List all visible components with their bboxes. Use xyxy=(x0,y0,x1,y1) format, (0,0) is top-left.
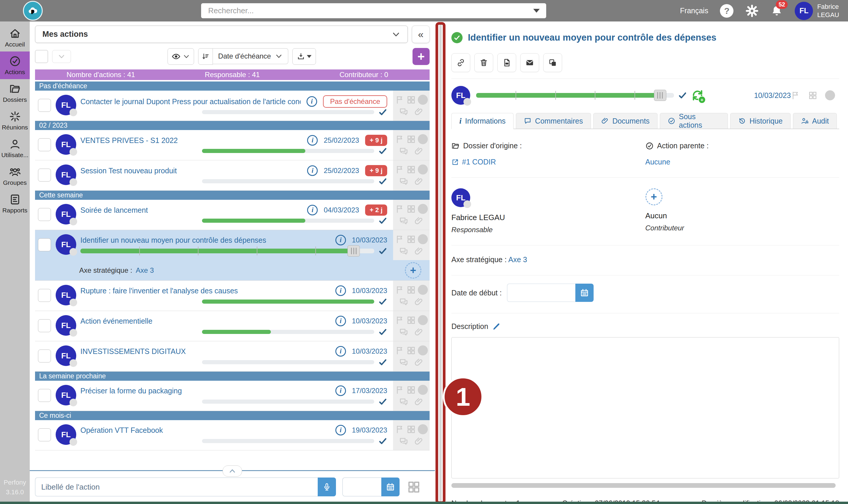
view-selector-dropdown[interactable]: Mes actions xyxy=(35,25,408,43)
bulk-actions-chevron[interactable] xyxy=(52,50,71,63)
toolbar-mail-button[interactable] xyxy=(520,53,539,72)
tab-documents[interactable]: Documents xyxy=(593,113,657,129)
tab-informations[interactable]: iInformations xyxy=(451,113,514,129)
paperclip-icon[interactable] xyxy=(414,177,424,186)
export-button[interactable] xyxy=(292,48,316,65)
grid-icon[interactable] xyxy=(406,95,416,105)
status-circle[interactable] xyxy=(418,285,428,295)
status-circle[interactable] xyxy=(418,164,428,175)
notifications-bell-icon[interactable]: 52 xyxy=(771,4,783,18)
voice-input-button[interactable] xyxy=(318,478,336,496)
recurrence-icon[interactable]: + xyxy=(691,89,704,102)
row-checkbox[interactable] xyxy=(38,428,51,441)
toolbar-pdf-button[interactable] xyxy=(497,53,516,72)
new-action-label-input[interactable] xyxy=(35,478,318,496)
date-picker-button[interactable] xyxy=(381,478,400,496)
progress-handle[interactable] xyxy=(347,246,360,256)
new-action-date-input[interactable] xyxy=(343,478,381,496)
status-circle[interactable] xyxy=(418,385,428,395)
language-selector[interactable]: Français xyxy=(680,6,708,15)
chat-icon[interactable] xyxy=(399,397,409,407)
chat-icon[interactable] xyxy=(399,146,409,156)
action-row[interactable]: FLRupture : faire l'inventier et l'analy… xyxy=(35,281,430,311)
action-title[interactable]: VENTES PRIVEES - S1 2022 xyxy=(81,136,301,145)
info-icon[interactable]: i xyxy=(335,316,346,326)
info-icon[interactable]: i xyxy=(335,346,346,357)
flag-icon[interactable] xyxy=(395,316,404,325)
axis-value[interactable]: Axe 3 xyxy=(508,255,527,264)
sidebar-item-dossiers[interactable]: Dossiers xyxy=(0,79,30,107)
row-checkbox[interactable] xyxy=(38,168,51,182)
sidebar-item-accueil[interactable]: Accueil xyxy=(0,24,30,52)
tab-sous-actions[interactable]: Sous actions xyxy=(660,113,728,129)
paperclip-icon[interactable] xyxy=(414,397,424,407)
action-title[interactable]: Action événementielle xyxy=(81,317,329,325)
chat-icon[interactable] xyxy=(399,247,409,256)
action-row[interactable]: FLSoirée de lancementi04/03/2023+ 2 j xyxy=(35,200,430,230)
action-row[interactable]: FLOpération VTT Facebooki19/03/2023 xyxy=(35,420,430,450)
grid-icon[interactable] xyxy=(406,385,416,395)
flag-icon[interactable] xyxy=(395,385,404,395)
row-checkbox[interactable] xyxy=(38,319,51,332)
action-row[interactable]: FLContacter le journal Dupont Press pour… xyxy=(35,91,430,121)
description-textarea[interactable] xyxy=(451,337,839,479)
action-row[interactable]: FLAction événementiellei10/03/2023 xyxy=(35,311,430,341)
grid-icon[interactable] xyxy=(406,204,416,214)
paperclip-icon[interactable] xyxy=(414,107,424,116)
sort-direction-button[interactable] xyxy=(198,48,213,65)
paperclip-icon[interactable] xyxy=(414,358,424,367)
row-checkbox[interactable] xyxy=(38,138,51,151)
action-title[interactable]: Soirée de lancement xyxy=(81,206,301,215)
flag-icon[interactable] xyxy=(395,95,404,105)
row-checkbox[interactable] xyxy=(38,349,51,362)
flag-icon[interactable] xyxy=(395,234,404,244)
start-date-input[interactable] xyxy=(507,284,575,302)
action-title[interactable]: Identifier un nouveau moyen pour contrôl… xyxy=(81,236,329,245)
paperclip-icon[interactable] xyxy=(414,327,424,337)
sort-field-dropdown[interactable]: Date d'échéance xyxy=(213,48,288,64)
search-caret-icon[interactable] xyxy=(533,9,540,13)
paperclip-icon[interactable] xyxy=(414,216,424,226)
row-checkbox[interactable] xyxy=(38,289,51,302)
flag-icon[interactable] xyxy=(395,134,404,144)
grid-icon[interactable] xyxy=(406,316,416,325)
paperclip-icon[interactable] xyxy=(414,437,424,446)
collapse-panel-button[interactable]: « xyxy=(412,25,430,43)
select-all-checkbox[interactable] xyxy=(35,50,48,63)
grid-icon[interactable] xyxy=(406,480,421,494)
action-title[interactable]: Contacter le journal Dupont Press pour a… xyxy=(81,97,301,106)
status-circle[interactable] xyxy=(418,315,428,325)
origin-link[interactable]: #1 CODIR xyxy=(451,158,645,166)
action-row[interactable]: FLPréciser la forme du packagingi17/03/2… xyxy=(35,381,430,411)
add-contributor-button[interactable]: + xyxy=(645,188,662,205)
visibility-filter-button[interactable] xyxy=(168,48,194,65)
tab-commentaires[interactable]: Commentaires xyxy=(516,113,591,129)
flag-icon[interactable] xyxy=(395,346,404,355)
grid-icon[interactable] xyxy=(406,285,416,294)
chat-icon[interactable] xyxy=(399,437,409,446)
horizontal-scrollbar[interactable] xyxy=(451,483,836,488)
status-circle[interactable] xyxy=(418,345,428,356)
flag-icon[interactable] xyxy=(395,204,404,214)
perfony-logo[interactable]: p xyxy=(23,1,43,21)
collapse-composer-button[interactable] xyxy=(223,466,242,476)
add-action-button[interactable]: + xyxy=(413,48,430,65)
status-circle[interactable] xyxy=(418,134,428,144)
grid-icon[interactable] xyxy=(406,134,416,144)
row-checkbox[interactable] xyxy=(38,238,51,251)
toolbar-trash-button[interactable] xyxy=(474,53,493,72)
action-row[interactable]: FLVENTES PRIVEES - S1 2022i25/02/2023+ 9… xyxy=(35,130,430,160)
action-title[interactable]: Rupture : faire l'inventier et l'analyse… xyxy=(81,287,329,295)
progress-slider[interactable] xyxy=(476,93,674,98)
parent-value[interactable]: Aucune xyxy=(645,158,840,166)
action-title[interactable]: INVESTISSEMENTS DIGITAUX xyxy=(81,347,329,356)
info-icon[interactable]: i xyxy=(335,425,346,435)
status-circle[interactable] xyxy=(418,204,428,214)
info-icon[interactable]: i xyxy=(307,205,318,215)
gear-icon[interactable] xyxy=(745,4,759,18)
tab-historique[interactable]: Historique xyxy=(730,113,791,129)
grid-icon[interactable] xyxy=(808,91,817,100)
action-title[interactable]: Opération VTT Facebook xyxy=(81,426,329,435)
add-subaction-button[interactable]: + xyxy=(405,262,421,278)
flag-icon[interactable] xyxy=(395,425,404,434)
